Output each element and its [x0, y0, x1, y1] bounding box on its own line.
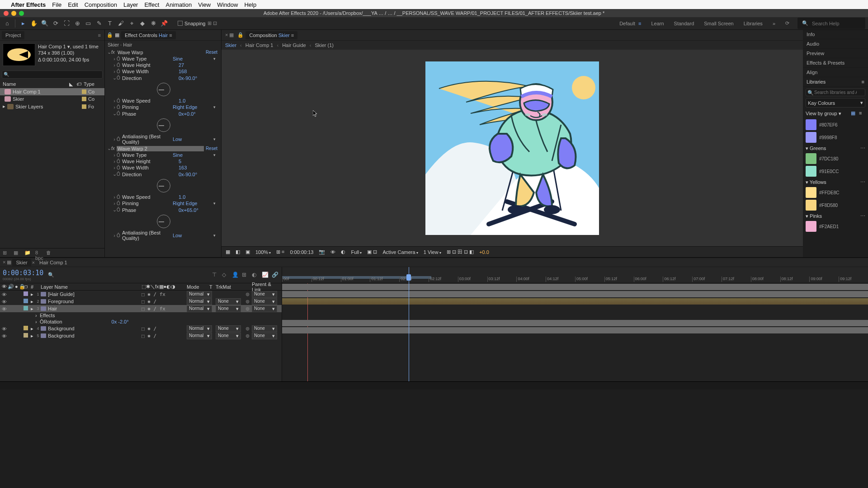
layer-row[interactable]: 👁▸1[Hair Guide]⬚ ✱ / fxNormal▾⊚None▾ [0, 291, 282, 298]
angle-dial[interactable] [157, 118, 170, 132]
snapping-checkbox[interactable] [178, 21, 183, 26]
search-help[interactable]: 🔍 [797, 18, 865, 29]
crumb-hair-comp[interactable]: Hair Comp 1 [245, 42, 274, 48]
effect-controls-tab[interactable]: Effect Controls Hair ≡ [121, 31, 176, 39]
effect-property[interactable]: ⌄ÔDirection0x-90.0° [105, 75, 221, 81]
composition-tab[interactable]: Composition Skier ≡ [245, 31, 297, 39]
interpret-footage-icon[interactable]: ⊞ [3, 250, 10, 256]
type-tool[interactable]: T [105, 19, 114, 28]
info-tab[interactable]: Info [803, 30, 868, 39]
graph-editor-icon[interactable]: 📈 [262, 272, 269, 279]
draft3d-icon[interactable]: ◇ [222, 272, 229, 279]
layer-track[interactable] [282, 319, 868, 327]
layer-row[interactable]: 👁▸2Foreground⬚ ✱ /Normal▾None▾⊚None▾ [0, 298, 282, 305]
lock-icon[interactable]: 🔒 [107, 32, 113, 38]
library-swatch[interactable]: #F2AED1 [806, 220, 865, 233]
grid-view-icon[interactable]: ▦ [851, 110, 857, 117]
view-by-label[interactable]: View by group ▾ [806, 111, 841, 117]
libraries-tab[interactable]: Libraries≡ [803, 77, 868, 87]
library-swatch[interactable]: #FFDE8C [806, 186, 865, 199]
color-mgmt-icon[interactable]: ◐ [340, 249, 347, 255]
menu-edit[interactable]: Edit [68, 1, 78, 8]
resolution-dropdown[interactable]: Full [349, 249, 363, 255]
toggle-alpha-icon[interactable]: ▦ [224, 249, 231, 255]
brain-icon[interactable]: 🔗 [272, 272, 279, 279]
clone-tool[interactable]: ⌖ [127, 19, 136, 28]
project-item[interactable]: Hair Comp 1Co [0, 88, 104, 95]
eraser-tool[interactable]: ◆ [138, 19, 147, 28]
layer-row[interactable]: 👁▸3Hair⬚ ✱ / fxNormal▾None▾⊚None▾ [0, 305, 282, 312]
workspace-small-screen[interactable]: Small Screen [702, 19, 735, 28]
effect-property[interactable]: ›ÔWave Height5 [105, 158, 221, 164]
effect-property[interactable]: ›ÔWave TypeSine▾ [105, 152, 221, 158]
effect-property[interactable]: ⌄ÔPhase0x+0.0° [105, 110, 221, 117]
time-ruler[interactable]: 00f00:12f01:00f01:12f02:00f02:12f03:00f0… [282, 267, 868, 283]
viewer-options-icon[interactable]: ⊞ ⌗ [275, 249, 286, 255]
project-tab[interactable]: Project [2, 31, 24, 39]
library-search-input[interactable] [806, 89, 865, 96]
effect-property[interactable]: ›ÔPinningRight Edge▾ [105, 200, 221, 206]
frame-blend-icon[interactable]: ⊞ [242, 272, 249, 279]
project-item[interactable]: SkierCo [0, 95, 104, 103]
puppet-tool[interactable]: 📌 [160, 19, 169, 28]
property-row[interactable]: ›Effects [0, 312, 282, 319]
menu-window[interactable]: Window [217, 1, 238, 8]
workspace-learn[interactable]: Learn [649, 19, 665, 28]
layer-track[interactable] [282, 291, 868, 298]
brush-tool[interactable]: 🖌 [116, 19, 125, 28]
current-time-display[interactable]: 0:00:00:13 [288, 249, 315, 255]
audio-tab[interactable]: Audio [803, 39, 868, 49]
selection-tool[interactable]: ▸ [19, 19, 28, 28]
menu-layer[interactable]: Layer [123, 1, 138, 8]
crumb-skier-1[interactable]: Skier (1) [315, 42, 334, 48]
layer-track[interactable] [282, 327, 868, 334]
project-item[interactable]: ▸Skier LayersFo [0, 103, 104, 110]
col-type[interactable]: Type [84, 81, 102, 87]
delete-icon[interactable]: 🗑 [46, 250, 53, 256]
menu-file[interactable]: File [52, 1, 61, 8]
rotation-tool[interactable]: ⟳ [51, 19, 60, 28]
pan-behind-tool[interactable]: ⊕ [73, 19, 82, 28]
views-dropdown[interactable]: 1 View [422, 249, 443, 255]
preview-tab[interactable]: Preview [803, 49, 868, 58]
align-tab[interactable]: Align [803, 68, 868, 77]
workspace-standard[interactable]: Standard [672, 19, 696, 28]
pen-tool[interactable]: ✎ [94, 19, 104, 28]
crumb-hair-guide[interactable]: Hair Guide [282, 42, 306, 48]
library-swatch[interactable]: #9998F8 [806, 131, 865, 144]
effect-property[interactable]: ›ÔWave Speed1.0 [105, 98, 221, 104]
menu-animation[interactable]: Animation [165, 1, 192, 8]
snapshot-icon[interactable]: 📷 [317, 249, 326, 255]
hide-shy-icon[interactable]: 👤 [232, 272, 239, 279]
effect-property[interactable]: ›ÔAntialiasing (Best Quality)Low▾ [105, 133, 221, 145]
effect-property[interactable]: ⌄ÔPhase0x+65.0° [105, 206, 221, 213]
effect-property[interactable]: ›ÔWave Height27 [105, 62, 221, 68]
workspace-default[interactable]: Default ≡ [616, 19, 643, 28]
timecode-display[interactable]: 0:00:03:10 [3, 269, 43, 277]
zoom-tool[interactable]: 🔍 [40, 19, 49, 28]
layer-search-input[interactable] [54, 272, 145, 277]
library-swatch[interactable]: #F8D580 [806, 199, 865, 211]
lock-icon[interactable]: 🔒 [237, 32, 244, 38]
library-swatch[interactable]: #7DC180 [806, 152, 865, 165]
crumb-skier[interactable]: Skier [225, 42, 236, 48]
timeline-tab-skier[interactable]: Skier [12, 259, 31, 266]
zoom-dropdown[interactable]: 100% [254, 249, 272, 255]
close-window[interactable] [4, 11, 9, 16]
new-folder-icon[interactable]: 📁 [24, 250, 32, 256]
effect-header[interactable]: ⌄fxWave WarpReset [105, 49, 221, 56]
library-group-header[interactable]: ▾ Pinks⋯ [806, 212, 865, 220]
layer-row[interactable]: 👁▸4Background⬚ ✱ /Normal▾None▾⊚None▾ [0, 325, 282, 332]
comp-mini-flowchart-icon[interactable]: ⊤ [212, 272, 219, 279]
project-tree[interactable]: Hair Comp 1CoSkierCo▸Skier LayersFo [0, 88, 104, 248]
effects-presets-tab[interactable]: Effects & Presets [803, 58, 868, 68]
menu-view[interactable]: View [198, 1, 211, 8]
layer-track[interactable] [282, 298, 868, 305]
effect-property[interactable]: ›ÔWave TypeSine▾ [105, 56, 221, 62]
motion-blur-icon[interactable]: ◐ [252, 272, 259, 279]
angle-dial[interactable] [157, 215, 170, 228]
col-name[interactable]: Name [3, 81, 69, 87]
new-comp-icon[interactable]: ▦ [14, 250, 21, 256]
project-panel-menu[interactable]: ≡ [96, 33, 103, 38]
effect-property[interactable]: ›ÔWave Speed1.0 [105, 194, 221, 200]
